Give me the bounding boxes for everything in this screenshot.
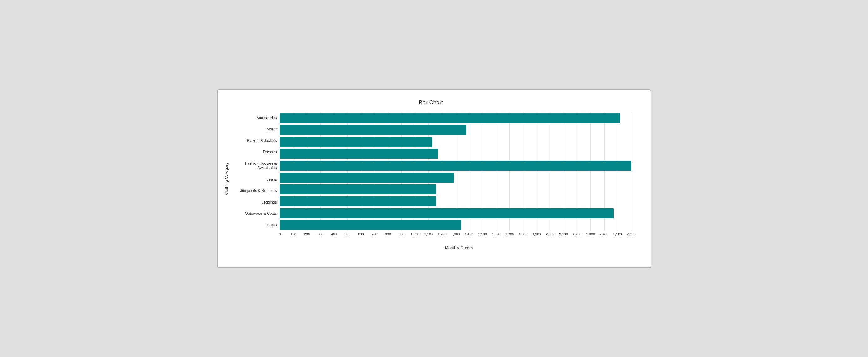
x-tick-label: 1,400 xyxy=(465,232,473,236)
x-axis-title: Monthly Orders xyxy=(280,246,638,250)
bar xyxy=(280,137,433,147)
x-tick-label: 2,300 xyxy=(586,232,595,236)
bar-row xyxy=(280,112,638,124)
x-tick-label: 2,600 xyxy=(627,232,636,236)
y-axis-label: Clothing Category xyxy=(224,163,229,195)
x-tick-label: 2,200 xyxy=(572,232,581,236)
x-tick-label: 2,000 xyxy=(546,232,555,236)
bar-row xyxy=(280,136,638,148)
category-label: Accessories xyxy=(230,116,277,120)
bar xyxy=(280,113,620,123)
x-tick-label: 700 xyxy=(372,232,377,236)
x-tick-label: 2,100 xyxy=(559,232,568,236)
bar xyxy=(280,172,454,183)
x-tick-label: 600 xyxy=(358,232,364,236)
category-labels: AccessoriesActiveBlazers & JacketsDresse… xyxy=(230,112,280,231)
category-label: Active xyxy=(230,127,277,131)
bar xyxy=(280,185,436,194)
x-tick-label: 0 xyxy=(279,232,281,236)
chart-title: Bar Chart xyxy=(224,99,638,106)
x-tick-label: 2,500 xyxy=(613,232,622,236)
bar-row xyxy=(280,172,638,184)
category-label: Leggings xyxy=(230,200,277,204)
bar xyxy=(280,196,436,206)
category-label: Blazers & Jackets xyxy=(230,138,277,143)
x-tick-label: 1,200 xyxy=(438,232,446,236)
category-label: Outerwear & Coats xyxy=(230,211,277,216)
category-label: Jeans xyxy=(230,177,277,182)
bar-row xyxy=(280,195,638,207)
bar xyxy=(280,208,614,218)
bars-area xyxy=(280,112,638,231)
x-tick-label: 900 xyxy=(399,232,404,236)
x-tick-label: 2,400 xyxy=(600,232,609,236)
x-tick-label: 800 xyxy=(385,232,391,236)
x-axis: 01002003004005006007008009001,0001,1001,… xyxy=(280,232,638,238)
category-label: Jumpsuits & Rompers xyxy=(230,189,277,193)
bar-row xyxy=(280,124,638,136)
bar-row xyxy=(280,207,638,219)
bar xyxy=(280,161,631,171)
x-tick-label: 1,900 xyxy=(532,232,541,236)
x-tick-label: 1,700 xyxy=(505,232,514,236)
x-tick-label: 1,600 xyxy=(492,232,500,236)
bar xyxy=(280,149,438,159)
x-tick-label: 1,800 xyxy=(519,232,528,236)
x-tick-label: 1,000 xyxy=(410,232,419,236)
bar-row xyxy=(280,184,638,195)
x-tick-label: 200 xyxy=(304,232,310,236)
bar-row xyxy=(280,160,638,172)
x-tick-label: 400 xyxy=(331,232,337,236)
x-tick-label: 1,500 xyxy=(478,232,487,236)
bar xyxy=(280,125,467,135)
chart-container: Bar Chart Clothing Category AccessoriesA… xyxy=(217,89,651,268)
category-label: Fashion Hoodies & Sweatshirts xyxy=(230,161,277,170)
x-tick-label: 500 xyxy=(344,232,350,236)
x-tick-label: 100 xyxy=(290,232,296,236)
bar xyxy=(280,220,461,230)
x-tick-label: 1,100 xyxy=(424,232,433,236)
category-label: Dresses xyxy=(230,150,277,154)
bar-row xyxy=(280,148,638,160)
category-label: Pants xyxy=(230,223,277,227)
x-tick-label: 300 xyxy=(318,232,323,236)
bar-row xyxy=(280,219,638,231)
x-tick-label: 1,300 xyxy=(451,232,460,236)
